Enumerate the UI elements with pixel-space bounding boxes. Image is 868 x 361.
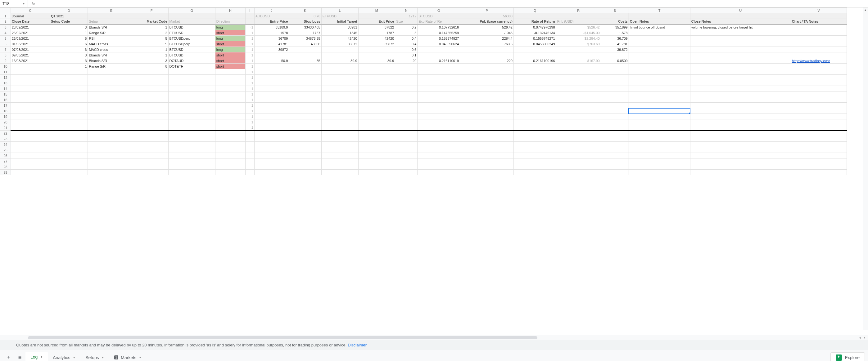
cell-C5[interactable]: 26/02/2021 — [11, 36, 50, 41]
row-header-2[interactable]: 2 — [0, 19, 11, 25]
cell-N20[interactable] — [395, 120, 417, 125]
cell-N23[interactable] — [395, 136, 417, 142]
cell-D11[interactable] — [50, 69, 88, 75]
cell-M29[interactable] — [358, 170, 395, 175]
cell-T9[interactable] — [629, 58, 690, 64]
cell-L22[interactable] — [321, 131, 358, 136]
cell-Q17[interactable] — [514, 103, 556, 108]
cell-J10[interactable] — [254, 64, 289, 69]
cell-T28[interactable] — [629, 164, 690, 170]
cell-R21[interactable] — [556, 125, 601, 131]
cell-M1[interactable] — [358, 13, 395, 19]
cell-J21[interactable] — [254, 125, 289, 131]
cell-U24[interactable] — [690, 142, 791, 147]
cell-L1[interactable]: ETHUSD — [321, 13, 358, 19]
cell-L3[interactable]: 38981 — [321, 25, 358, 30]
formula-input[interactable] — [39, 0, 868, 7]
row-header-22[interactable]: 22 — [0, 131, 11, 136]
cell-P19[interactable] — [460, 114, 514, 120]
cell-R22[interactable] — [556, 131, 601, 136]
cell-L19[interactable] — [321, 114, 358, 120]
cell-G28[interactable] — [168, 164, 215, 170]
cell-E15[interactable] — [88, 92, 135, 97]
cell-G1[interactable] — [168, 13, 215, 19]
cell-U4[interactable] — [690, 30, 791, 36]
cell-C13[interactable] — [11, 80, 50, 86]
cell-U7[interactable] — [690, 47, 791, 53]
cell-C16[interactable] — [11, 97, 50, 103]
cell-T6[interactable] — [629, 41, 690, 47]
cell-D8[interactable]: 3 — [50, 53, 88, 58]
cell-Q1[interactable] — [514, 13, 556, 19]
cell-V21[interactable] — [791, 125, 846, 131]
vertical-scrollbar[interactable]: ▴ — [863, 7, 868, 330]
col-header-V[interactable]: V — [791, 8, 846, 13]
cell-H1[interactable] — [215, 13, 245, 19]
cell-L6[interactable]: 39872 — [321, 41, 358, 47]
cell-Q20[interactable] — [514, 120, 556, 125]
cell-O17[interactable] — [417, 103, 460, 108]
cell-V17[interactable] — [791, 103, 846, 108]
cell-N1[interactable]: 1712 — [395, 13, 417, 19]
cell-E17[interactable] — [88, 103, 135, 108]
cell-L7[interactable] — [321, 47, 358, 53]
cell-H3[interactable]: long — [215, 25, 245, 30]
cell-S4[interactable]: 1.578 — [601, 30, 629, 36]
cell-L9[interactable]: 39.9 — [321, 58, 358, 64]
cell-Q18[interactable] — [514, 108, 556, 114]
cell-R15[interactable] — [556, 92, 601, 97]
cell-T7[interactable] — [629, 47, 690, 53]
cell-N15[interactable] — [395, 92, 417, 97]
cell-N8[interactable]: 0.1 — [395, 53, 417, 58]
col-header-L[interactable]: L — [321, 8, 358, 13]
cell-N22[interactable] — [395, 131, 417, 136]
cell-O24[interactable] — [417, 142, 460, 147]
cell-T2[interactable]: Open Notes — [629, 19, 690, 25]
cell-F10[interactable]: 8 — [135, 64, 168, 69]
cell-C22[interactable] — [11, 131, 50, 136]
sheet-tab-setups[interactable]: Setups▼ — [81, 352, 109, 361]
cell-J7[interactable]: 39872 — [254, 47, 289, 53]
cell-V3[interactable] — [791, 25, 846, 30]
cell-H10[interactable]: short — [215, 64, 245, 69]
cell-H17[interactable] — [215, 103, 245, 108]
cell-H7[interactable]: long — [215, 47, 245, 53]
cell-R9[interactable]: $167.90 — [556, 58, 601, 64]
row-header-14[interactable]: 14 — [0, 86, 11, 92]
cell-V25[interactable] — [791, 147, 846, 153]
cell-P23[interactable] — [460, 136, 514, 142]
cell-F17[interactable] — [135, 103, 168, 108]
cell-V23[interactable] — [791, 136, 846, 142]
cell-D18[interactable] — [50, 108, 88, 114]
cell-E28[interactable] — [88, 164, 135, 170]
cell-S8[interactable] — [601, 53, 629, 58]
cell-V2[interactable]: Chart / TA Notes — [791, 19, 846, 25]
cell-I9[interactable]: 1 — [245, 58, 254, 64]
cell-T24[interactable] — [629, 142, 690, 147]
cell-G19[interactable] — [168, 114, 215, 120]
row-header-25[interactable]: 25 — [0, 147, 11, 153]
cell-C27[interactable] — [11, 159, 50, 164]
cell-G27[interactable] — [168, 159, 215, 164]
cell-Q23[interactable] — [514, 136, 556, 142]
row-header-1[interactable]: 1 — [0, 13, 11, 19]
cell-D1[interactable]: Q1 2021 — [50, 13, 88, 19]
cell-U17[interactable] — [690, 103, 791, 108]
cell-R3[interactable]: $526.42 — [556, 25, 601, 30]
cell-Q21[interactable] — [514, 125, 556, 131]
cell-C12[interactable] — [11, 75, 50, 80]
cell-I26[interactable] — [245, 153, 254, 159]
cell-R17[interactable] — [556, 103, 601, 108]
row-header-11[interactable]: 11 — [0, 69, 11, 75]
cell-G23[interactable] — [168, 136, 215, 142]
cell-F9[interactable]: 3 — [135, 58, 168, 64]
cell-P21[interactable] — [460, 125, 514, 131]
cell-I15[interactable]: 1 — [245, 92, 254, 97]
scroll-up-icon[interactable]: ▴ — [863, 7, 867, 12]
cell-I17[interactable]: 1 — [245, 103, 254, 108]
cell-N27[interactable] — [395, 159, 417, 164]
row-header-28[interactable]: 28 — [0, 164, 11, 170]
cell-O28[interactable] — [417, 164, 460, 170]
cell-U11[interactable] — [690, 69, 791, 75]
cell-S23[interactable] — [601, 136, 629, 142]
